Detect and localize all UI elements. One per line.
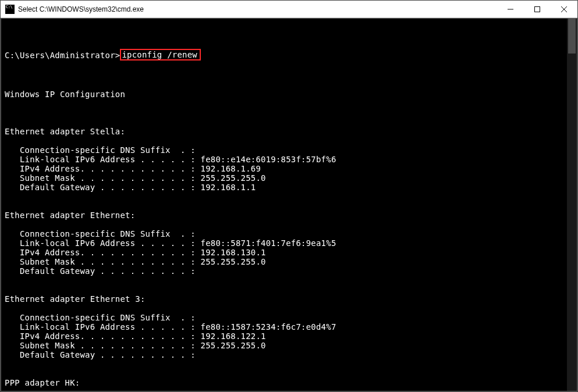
blank-line	[5, 201, 563, 211]
kv-label: Default Gateway . . . . . . . . . :	[5, 183, 196, 192]
kv-label: IPv4 Address. . . . . . . . . . . :	[5, 332, 196, 341]
kv-label: Connection-specific DNS Suffix . :	[5, 229, 196, 238]
blank-line	[5, 192, 563, 201]
kv-value: 255.255.255.0	[196, 173, 266, 183]
adapter-line: Connection-specific DNS Suffix . :	[5, 229, 563, 238]
close-button[interactable]	[551, 1, 577, 17]
adapter-title: Ethernet adapter Ethernet 3:	[5, 294, 563, 304]
kv-label: Link-local IPv6 Address . . . . . :	[5, 322, 196, 332]
kv-value: 255.255.255.0	[196, 341, 266, 350]
adapter-line: Connection-specific DNS Suffix . :	[5, 313, 563, 322]
blank-line	[5, 276, 563, 285]
blank-line	[5, 285, 563, 294]
blank-line	[5, 71, 563, 80]
kv-value: 192.168.122.1	[196, 332, 266, 341]
kv-label: Subnet Mask . . . . . . . . . . . :	[5, 341, 196, 350]
svg-rect-1	[535, 6, 540, 12]
window-controls	[497, 1, 577, 17]
adapter-line: Subnet Mask . . . . . . . . . . . : 255.…	[5, 341, 563, 350]
scrollbar-thumb[interactable]	[568, 19, 576, 54]
kv-value: 255.255.255.0	[196, 257, 266, 266]
kv-label: Connection-specific DNS Suffix . :	[5, 145, 196, 155]
titlebar[interactable]: Select C:\WINDOWS\system32\cmd.exe	[1, 1, 577, 18]
kv-label: IPv4 Address. . . . . . . . . . . :	[5, 248, 196, 257]
window-title: Select C:\WINDOWS\system32\cmd.exe	[18, 5, 497, 13]
blank-line	[5, 387, 563, 391]
kv-label: Subnet Mask . . . . . . . . . . . :	[5, 257, 196, 266]
adapter-line: Link-local IPv6 Address . . . . . : fe80…	[5, 322, 563, 332]
adapter-line: Default Gateway . . . . . . . . . :	[5, 350, 563, 359]
kv-value: fe80::5871:f401:7ef6:9ea1%5	[196, 238, 336, 248]
adapter-line: Link-local IPv6 Address . . . . . : fe80…	[5, 155, 563, 164]
kv-label: Link-local IPv6 Address . . . . . :	[5, 238, 196, 248]
adapter-line: IPv4 Address. . . . . . . . . . . : 192.…	[5, 332, 563, 341]
cmd-window: Select C:\WINDOWS\system32\cmd.exe C:\Us…	[0, 0, 578, 392]
kv-value: 192.168.130.1	[196, 248, 266, 257]
blank-line	[5, 220, 563, 229]
kv-value: fe80::1587:5234:f6c7:e0d4%7	[196, 322, 336, 332]
adapter-title: Ethernet adapter Ethernet:	[5, 211, 563, 220]
blank-line	[5, 136, 563, 145]
kv-value: 192.168.1.69	[196, 164, 261, 173]
kv-label: Default Gateway . . . . . . . . . :	[5, 350, 196, 359]
config-title: Windows IP Configuration	[5, 90, 563, 99]
scrollbar-track[interactable]	[567, 19, 577, 391]
kv-label: Subnet Mask . . . . . . . . . . . :	[5, 173, 196, 183]
kv-label: Connection-specific DNS Suffix . :	[5, 313, 196, 322]
kv-label: Default Gateway . . . . . . . . . :	[5, 266, 196, 276]
minimize-button[interactable]	[497, 1, 524, 17]
blank-line	[5, 359, 563, 369]
adapter-title: PPP adapter HK:	[5, 378, 563, 387]
command-line: C:\Users\Administrator>ipconfig /renew	[5, 49, 563, 62]
kv-label: Link-local IPv6 Address . . . . . :	[5, 155, 196, 164]
prompt-path: C:\Users\Administrator>	[5, 49, 120, 60]
kv-value: 192.168.1.1	[196, 183, 256, 192]
adapter-title: Ethernet adapter Stella:	[5, 127, 563, 136]
adapter-line: Subnet Mask . . . . . . . . . . . : 255.…	[5, 257, 563, 266]
kv-value: fe80::e14e:6019:853f:57bf%6	[196, 155, 336, 164]
adapter-line: IPv4 Address. . . . . . . . . . . : 192.…	[5, 164, 563, 173]
blank-line	[5, 369, 563, 378]
adapter-line: Connection-specific DNS Suffix . :	[5, 145, 563, 155]
cmd-icon	[5, 5, 15, 14]
blank-line	[5, 304, 563, 313]
blank-line	[5, 108, 563, 117]
kv-label: IPv4 Address. . . . . . . . . . . :	[5, 164, 196, 173]
adapter-line: Link-local IPv6 Address . . . . . : fe80…	[5, 238, 563, 248]
adapter-line: IPv4 Address. . . . . . . . . . . : 192.…	[5, 248, 563, 257]
adapter-line: Default Gateway . . . . . . . . . :	[5, 266, 563, 276]
terminal-content[interactable]: C:\Users\Administrator>ipconfig /renew W…	[1, 19, 567, 391]
adapter-line: Subnet Mask . . . . . . . . . . . : 255.…	[5, 173, 563, 183]
blank-line	[5, 117, 563, 127]
adapter-line: Default Gateway . . . . . . . . . : 192.…	[5, 183, 563, 192]
command-highlight: ipconfig /renew	[120, 49, 200, 60]
blank-line	[5, 30, 563, 40]
terminal-area[interactable]: C:\Users\Administrator>ipconfig /renew W…	[1, 18, 577, 391]
maximize-button[interactable]	[524, 1, 551, 17]
